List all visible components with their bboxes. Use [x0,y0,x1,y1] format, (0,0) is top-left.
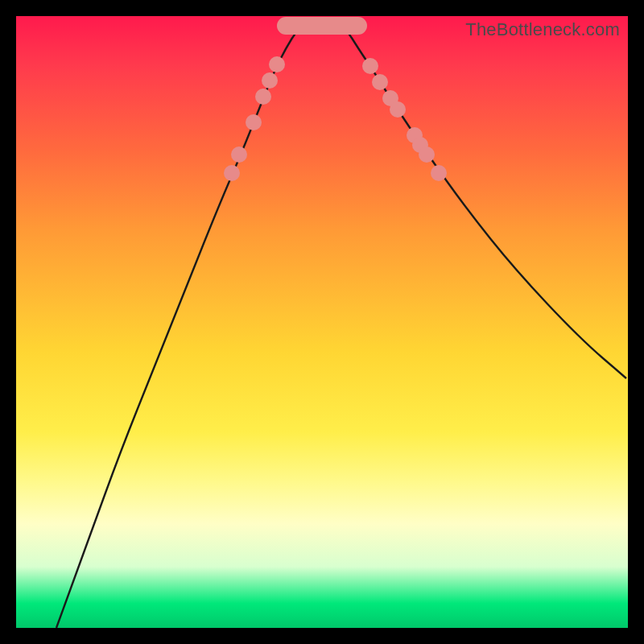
chart-area: TheBottleneck.com [16,16,628,628]
marker-dot [390,101,406,118]
marker-dot [269,56,285,72]
main-curve [56,23,626,629]
bottom-marker-bar [277,17,367,35]
marker-dot [224,165,240,181]
markers-left [224,56,285,181]
bottom-bar [277,17,367,35]
marker-dot [255,89,271,105]
marker-dot [262,72,278,89]
marker-dot [231,147,247,163]
marker-dot [362,58,378,74]
marker-dot [246,114,262,130]
marker-dot [431,165,447,181]
marker-dot [372,74,388,90]
marker-dot [419,147,435,163]
bottleneck-plot [16,16,628,628]
